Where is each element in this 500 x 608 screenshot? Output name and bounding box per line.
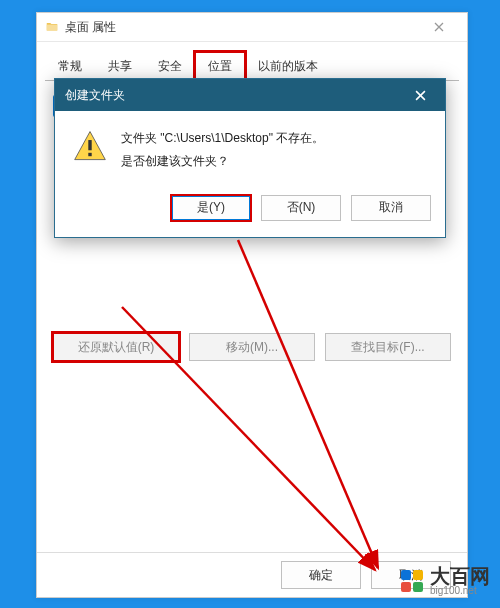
dialog-message: 文件夹 "C:\Users\1\Desktop" 不存在。 是否创建该文件夹？	[121, 127, 324, 173]
folder-icon	[45, 20, 59, 34]
dialog-message-line2: 是否创建该文件夹？	[121, 150, 324, 173]
move-button[interactable]: 移动(M)...	[189, 333, 315, 361]
tab-general[interactable]: 常规	[45, 52, 95, 80]
dialog-close-button[interactable]	[405, 79, 435, 111]
ok-button[interactable]: 确定	[281, 561, 361, 589]
tab-security[interactable]: 安全	[145, 52, 195, 80]
dialog-title-bar: 创建文件夹	[55, 79, 445, 111]
watermark-name: 大百网	[430, 566, 490, 586]
dialog-no-button[interactable]: 否(N)	[261, 195, 341, 221]
tab-location[interactable]: 位置	[195, 52, 245, 81]
window-title: 桌面 属性	[65, 19, 116, 36]
action-button-row: 还原默认值(R) 移动(M)... 查找目标(F)...	[53, 333, 451, 361]
close-icon	[415, 90, 426, 101]
dialog-message-line1: 文件夹 "C:\Users\1\Desktop" 不存在。	[121, 127, 324, 150]
svg-rect-0	[88, 140, 91, 150]
watermark-domain: big100.net	[430, 586, 490, 596]
restore-defaults-button[interactable]: 还原默认值(R)	[53, 333, 179, 361]
tab-sharing[interactable]: 共享	[95, 52, 145, 80]
dialog-yes-button[interactable]: 是(Y)	[171, 195, 251, 221]
close-icon	[434, 22, 444, 32]
watermark-logo-icon	[400, 569, 424, 593]
title-bar: 桌面 属性	[37, 13, 467, 42]
create-folder-dialog: 创建文件夹 文件夹 "C:\Users\1\Desktop" 不存在。 是否创建…	[54, 78, 446, 238]
svg-rect-1	[88, 153, 91, 156]
tab-previous-versions[interactable]: 以前的版本	[245, 52, 331, 80]
dialog-title: 创建文件夹	[65, 87, 125, 104]
dialog-button-row: 是(Y) 否(N) 取消	[55, 185, 445, 237]
watermark: 大百网 big100.net	[400, 566, 490, 596]
find-target-button[interactable]: 查找目标(F)...	[325, 333, 451, 361]
window-close-button[interactable]	[419, 13, 459, 41]
tab-strip: 常规 共享 安全 位置 以前的版本	[37, 42, 467, 80]
warning-icon	[73, 129, 107, 163]
dialog-cancel-button[interactable]: 取消	[351, 195, 431, 221]
